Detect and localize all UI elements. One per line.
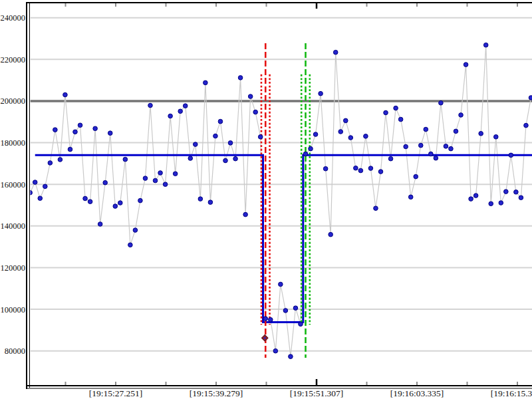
data-point bbox=[283, 309, 288, 313]
data-point bbox=[33, 180, 37, 185]
plot-content-layer bbox=[28, 18, 532, 359]
data-point bbox=[163, 182, 168, 187]
data-point bbox=[238, 76, 243, 80]
data-point bbox=[168, 114, 173, 118]
data-point bbox=[394, 106, 398, 110]
data-point bbox=[449, 146, 454, 151]
data-point bbox=[364, 134, 368, 139]
data-point bbox=[424, 127, 428, 132]
data-point bbox=[68, 147, 72, 152]
data-point bbox=[338, 130, 343, 134]
data-point bbox=[203, 80, 208, 85]
x-axis-label: [19:15:39.279] bbox=[190, 388, 243, 398]
data-point bbox=[233, 156, 238, 161]
y-axis-label: 180000 bbox=[1, 138, 26, 148]
y-axis-label: 200000 bbox=[1, 96, 26, 106]
data-point bbox=[213, 134, 218, 138]
data-point bbox=[499, 201, 503, 205]
data-point bbox=[464, 63, 468, 67]
data-point bbox=[343, 118, 348, 123]
data-point bbox=[524, 123, 529, 128]
data-point bbox=[78, 123, 82, 128]
data-point bbox=[354, 166, 358, 170]
y-axis-label: 120000 bbox=[1, 263, 26, 273]
data-point bbox=[404, 144, 408, 149]
data-point bbox=[358, 168, 363, 173]
data-point bbox=[299, 322, 303, 327]
data-point bbox=[374, 206, 378, 211]
data-point bbox=[273, 348, 278, 353]
data-point bbox=[519, 196, 523, 200]
data-point bbox=[138, 198, 143, 203]
data-point bbox=[333, 50, 338, 55]
data-point bbox=[128, 243, 133, 247]
data-point bbox=[108, 131, 112, 136]
data-point bbox=[489, 201, 493, 206]
data-point bbox=[98, 222, 102, 227]
data-point bbox=[459, 113, 464, 118]
data-point bbox=[148, 103, 153, 108]
data-point bbox=[434, 156, 438, 160]
data-point bbox=[388, 156, 393, 161]
data-point bbox=[228, 141, 233, 146]
y-axis-label: 80000 bbox=[5, 346, 25, 356]
data-point bbox=[173, 172, 178, 176]
data-point bbox=[48, 161, 53, 166]
data-point bbox=[133, 228, 138, 233]
data-point bbox=[309, 146, 313, 151]
data-point bbox=[223, 158, 228, 163]
data-point bbox=[198, 197, 203, 201]
data-point bbox=[253, 110, 258, 114]
data-point bbox=[398, 117, 403, 122]
data-point bbox=[188, 156, 193, 161]
x-axis-label: [19:15:27.251] bbox=[89, 388, 143, 398]
data-point bbox=[88, 200, 92, 204]
data-point bbox=[263, 317, 268, 321]
data-point bbox=[43, 184, 47, 189]
data-point bbox=[58, 158, 63, 162]
data-point bbox=[384, 110, 388, 115]
y-axis-label: 140000 bbox=[1, 221, 26, 231]
y-axis-label: 160000 bbox=[1, 180, 26, 190]
data-point bbox=[193, 142, 198, 147]
data-point bbox=[158, 171, 163, 176]
timeseries-chart-plot-area[interactable]: [19:15:27.251][19:15:39.279][19:15:51.30… bbox=[0, 0, 532, 399]
data-point bbox=[483, 43, 488, 47]
data-point bbox=[63, 92, 68, 97]
data-point bbox=[153, 178, 158, 183]
y-axis-label: 220000 bbox=[1, 55, 26, 65]
data-point bbox=[28, 190, 33, 195]
data-point bbox=[319, 91, 323, 96]
data-point bbox=[429, 152, 434, 156]
data-point bbox=[408, 195, 413, 200]
data-point bbox=[53, 128, 58, 132]
data-point bbox=[504, 190, 509, 194]
x-axis-label: [19:16:03.335] bbox=[390, 388, 444, 398]
data-point bbox=[368, 166, 373, 171]
data-point bbox=[414, 174, 418, 179]
data-point bbox=[439, 100, 444, 105]
data-point bbox=[293, 306, 298, 311]
data-point bbox=[38, 196, 43, 201]
data-point bbox=[529, 96, 532, 100]
data-point bbox=[103, 180, 108, 185]
data-point bbox=[73, 130, 78, 134]
data-point bbox=[183, 104, 188, 108]
data-point bbox=[208, 200, 213, 205]
data-point bbox=[83, 196, 88, 201]
y-axis-label: 100000 bbox=[1, 305, 26, 315]
data-point bbox=[248, 94, 253, 99]
data-point bbox=[118, 201, 122, 205]
data-point bbox=[243, 212, 248, 217]
data-point bbox=[469, 197, 473, 201]
data-point bbox=[493, 135, 498, 140]
data-point bbox=[268, 317, 273, 322]
x-axis-label: [19:16:15.363] bbox=[491, 388, 532, 398]
data-point bbox=[143, 176, 148, 181]
data-point bbox=[123, 157, 128, 162]
x-axis-label: [19:15:51.307] bbox=[290, 388, 344, 398]
data-point bbox=[418, 143, 423, 148]
data-point bbox=[378, 170, 383, 174]
data-point bbox=[313, 132, 318, 137]
data-point bbox=[218, 119, 223, 124]
